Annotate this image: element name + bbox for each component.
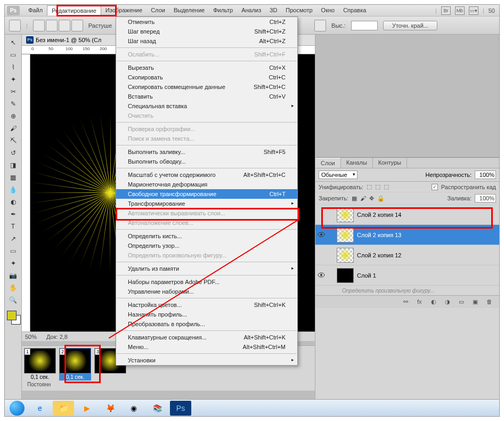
menu-item[interactable]: Выполнить заливку...Shift+F5 xyxy=(116,147,297,157)
unify-icon[interactable]: ⬚ xyxy=(384,183,389,190)
layer-thumbnail[interactable] xyxy=(337,248,354,263)
layer-thumbnail[interactable] xyxy=(337,268,354,283)
opt-icon-a[interactable] xyxy=(314,20,326,31)
panel-tab[interactable]: Каналы xyxy=(341,158,373,168)
new-layer-icon[interactable]: ▣ xyxy=(473,298,481,306)
color-swatches[interactable] xyxy=(5,311,21,327)
animation-frame[interactable]: 10,1 сек. xyxy=(24,348,56,380)
3dcam-tool-icon[interactable]: 📷 xyxy=(6,270,20,281)
explorer-icon[interactable]: 📁 xyxy=(53,401,74,416)
wand-tool-icon[interactable]: ✦ xyxy=(6,74,20,85)
fx-icon[interactable]: fx xyxy=(417,298,426,306)
menu-item[interactable]: Специальная вставка xyxy=(116,101,297,111)
frame-time[interactable] xyxy=(94,374,126,375)
menu-item[interactable]: Удалить из памяти xyxy=(116,264,297,273)
menu-item[interactable]: Назначить профиль... xyxy=(116,310,297,319)
firefox-icon[interactable]: 🦊 xyxy=(100,401,121,416)
layer-name[interactable]: Слой 2 копия 14 xyxy=(357,212,499,218)
move-tool-icon[interactable]: ↖ xyxy=(6,37,20,48)
wmp-icon[interactable]: ▶ xyxy=(76,401,97,416)
sel-new-icon[interactable] xyxy=(33,20,45,31)
menu-item[interactable]: ОтменитьCtrl+Z xyxy=(116,17,297,27)
lasso-tool-icon[interactable]: ⌇ xyxy=(6,61,20,73)
height-input[interactable] xyxy=(351,21,378,30)
shape-tool-icon[interactable]: ▭ xyxy=(6,245,20,257)
screenmode-icon[interactable]: ▭▾ xyxy=(469,6,478,15)
unify-icon[interactable]: ⬚ xyxy=(375,183,380,190)
menu-item[interactable]: ВырезатьCtrl+X xyxy=(116,63,297,72)
layer-name[interactable]: Слой 2 копия 12 xyxy=(357,252,499,258)
3d-tool-icon[interactable]: ✦ xyxy=(6,257,20,269)
menu-изображение[interactable]: Изображение xyxy=(101,5,147,15)
layer-row[interactable]: Слой 2 копия 12 xyxy=(315,245,499,265)
menu-item[interactable]: Настройка цветов...Shift+Ctrl+K xyxy=(116,300,297,310)
foreground-color-icon[interactable] xyxy=(7,311,17,320)
menu-окно[interactable]: Окно xyxy=(317,5,339,15)
menu-item[interactable]: Установки xyxy=(116,355,297,365)
menu-item[interactable]: Трансформирование xyxy=(116,199,297,208)
menu-редактирование[interactable]: Редактирование xyxy=(47,5,101,15)
lock-trans-icon[interactable]: ▦ xyxy=(352,195,357,202)
opacity-input[interactable]: 100% xyxy=(475,171,496,179)
anim-loop[interactable]: Постоянн xyxy=(24,380,313,388)
link-icon[interactable]: ⚯ xyxy=(403,298,412,306)
menu-item[interactable]: Управление наборами... xyxy=(116,287,297,296)
menu-файл[interactable]: Файл xyxy=(24,5,47,15)
crop-tool-icon[interactable]: ✂ xyxy=(6,86,20,98)
menu-item[interactable]: Шаг назадAlt+Ctrl+Z xyxy=(116,36,297,46)
history-tool-icon[interactable]: ↺ xyxy=(6,147,20,159)
layer-row[interactable]: Слой 2 копия 13 xyxy=(315,225,499,245)
path-tool-icon[interactable]: ↗ xyxy=(6,233,20,245)
menu-item[interactable]: Выполнить обводку... xyxy=(116,157,297,166)
frame-time[interactable]: 0,1 сек. xyxy=(24,374,56,380)
hand-tool-icon[interactable]: ✋ xyxy=(6,282,20,294)
tool-preset-icon[interactable] xyxy=(9,20,21,31)
menu-просмотр[interactable]: Просмотр xyxy=(281,5,316,15)
sel-sub-icon[interactable] xyxy=(59,20,70,31)
stamp-tool-icon[interactable]: ⛏ xyxy=(6,135,20,147)
dodge-tool-icon[interactable]: ◐ xyxy=(6,196,20,208)
menu-слои[interactable]: Слои xyxy=(147,5,169,15)
blend-mode-select[interactable]: Обычные xyxy=(319,171,357,179)
layer-row[interactable]: Слой 2 копия 14 xyxy=(315,205,499,225)
gradient-tool-icon[interactable]: ▦ xyxy=(6,172,20,183)
menu-item[interactable]: Меню...Alt+Shift+Ctrl+M xyxy=(116,342,297,352)
sel-int-icon[interactable] xyxy=(71,20,83,31)
minibridge-icon[interactable]: Mb xyxy=(455,6,465,15)
menu-item[interactable]: Определить узор... xyxy=(116,241,297,250)
frame-time[interactable]: 0,1 сек. xyxy=(59,374,91,380)
menu-item[interactable]: Клавиатурные сокращения...Alt+Shift+Ctrl… xyxy=(116,333,297,342)
ie-icon[interactable]: e xyxy=(29,401,51,416)
photoshop-taskbar-icon[interactable]: Ps xyxy=(170,401,191,416)
pen-tool-icon[interactable]: ✒ xyxy=(6,208,20,220)
menu-item[interactable]: ВставитьCtrl+V xyxy=(116,92,297,101)
winrar-icon[interactable]: 📚 xyxy=(147,401,168,416)
menu-item[interactable]: СкопироватьCtrl+C xyxy=(116,72,297,82)
menu-item[interactable]: Масштаб с учетом содержимогоAlt+Shift+Ct… xyxy=(116,170,297,180)
menu-item[interactable]: Шаг впередShift+Ctrl+Z xyxy=(116,27,297,36)
menu-справка[interactable]: Справка xyxy=(339,5,370,15)
marquee-tool-icon[interactable]: ▭ xyxy=(6,49,20,61)
layer-name[interactable]: Слой 1 xyxy=(357,272,499,279)
layer-thumbnail[interactable] xyxy=(337,228,354,242)
menu-анализ[interactable]: Анализ xyxy=(237,5,265,15)
lock-pixels-icon[interactable]: 🖌 xyxy=(360,195,366,201)
heal-tool-icon[interactable]: ⊕ xyxy=(6,110,20,122)
eraser-tool-icon[interactable]: ◨ xyxy=(6,159,20,171)
lock-all-icon[interactable]: 🔒 xyxy=(377,195,385,202)
layer-name[interactable]: Слой 2 копия 13 xyxy=(357,232,499,238)
blur-tool-icon[interactable]: 💧 xyxy=(6,184,20,196)
animation-frame[interactable]: 20,1 сек. xyxy=(59,348,91,380)
layer-thumbnail[interactable] xyxy=(337,207,354,222)
propagate-checkbox[interactable]: ✓ xyxy=(432,184,438,190)
brush-tool-icon[interactable]: 🖌 xyxy=(6,123,20,134)
sel-add-icon[interactable] xyxy=(46,20,58,31)
type-tool-icon[interactable]: T xyxy=(6,221,20,232)
refine-edge-button[interactable]: Уточн. край... xyxy=(383,21,437,30)
bridge-icon[interactable]: Br xyxy=(441,6,451,15)
mask-icon[interactable]: ◐ xyxy=(431,298,440,306)
zoom-tool-icon[interactable]: 🔍 xyxy=(6,294,20,306)
menu-фильтр[interactable]: Фильтр xyxy=(209,5,237,15)
trash-icon[interactable]: 🗑 xyxy=(486,298,495,306)
panel-tab[interactable]: Слои xyxy=(315,158,341,168)
